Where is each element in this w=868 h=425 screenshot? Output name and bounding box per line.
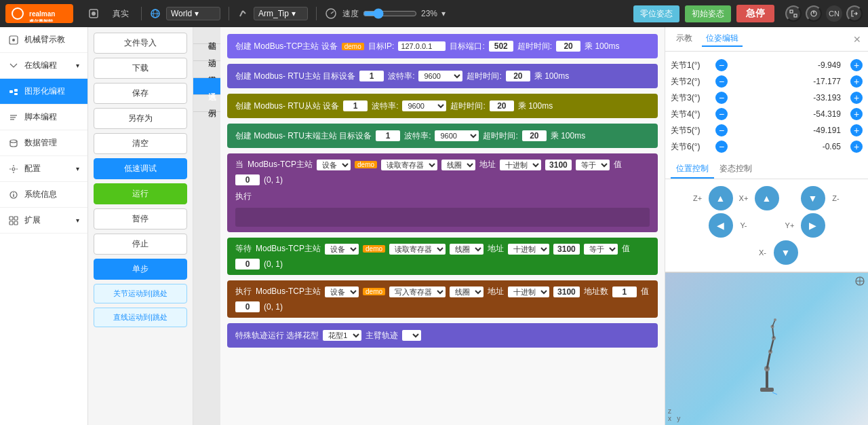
wait-coil-select[interactable]: 线圈 — [450, 244, 484, 255]
single-step-button[interactable]: 单步 — [94, 259, 187, 280]
joint3-minus-button[interactable]: − — [715, 92, 728, 104]
tab-pose-edit[interactable]: 位姿编辑 — [702, 31, 743, 47]
cat-tab-basic[interactable]: 基础 — [193, 27, 220, 44]
block3-timeout-value: 20 — [490, 100, 514, 111]
block-wait-tcp[interactable]: 等待 ModBus-TCP主站 设备 demo 读取寄存器 线圈 地址 十进制 … — [227, 238, 658, 275]
exec-modbus-label: ModBus-TCP主站 — [256, 286, 321, 297]
when-device-select[interactable]: 设备 — [317, 160, 351, 170]
block1-ip-input[interactable] — [398, 41, 446, 51]
power-button[interactable] — [806, 5, 822, 22]
joint1-minus-button[interactable]: − — [715, 59, 728, 71]
sidebar-item-arm-teach[interactable]: 机械臂示教 — [0, 27, 87, 53]
joint2-minus-button[interactable]: − — [715, 75, 728, 88]
joint6-minus-button[interactable]: − — [715, 141, 728, 153]
exec-coil-select[interactable]: 线圈 — [450, 287, 484, 297]
block3-baud-select[interactable]: 9600115200 — [402, 100, 446, 111]
ctrl-tab-position[interactable]: 位置控制 — [671, 160, 714, 179]
save-button[interactable]: 保存 — [94, 83, 187, 104]
exec-base-select[interactable]: 十进制 — [508, 287, 549, 297]
lang-button[interactable]: CN — [826, 5, 842, 22]
estop-button[interactable]: 急停 — [736, 5, 774, 22]
control-tabs: 位置控制 姿态控制 — [665, 160, 868, 179]
block4-baud-select[interactable]: 9600115200 — [435, 130, 479, 141]
run-button[interactable]: 运行 — [94, 183, 187, 204]
cat-tab-motion[interactable]: 运动 — [193, 44, 220, 61]
file-import-button[interactable]: 文件导入 — [94, 33, 187, 54]
block-create-modbus-rtu-slave[interactable]: 创建 Modbus- RTU从站 设备 1 波特率: 9600115200 超时… — [227, 94, 658, 118]
when-eq-select[interactable]: 等于 — [576, 160, 610, 170]
block-special-traj[interactable]: 特殊轨迹运行 选择花型 花型1 主臂轨迹 — [227, 323, 658, 348]
sidebar-item-data-mgmt[interactable]: 数据管理 — [0, 130, 87, 156]
block-create-modbus-tcp[interactable]: 创建 ModBus-TCP主站 设备 demo 目标IP: 目标端口: 502 … — [227, 34, 658, 58]
joint6-value: -0.65 — [732, 142, 846, 151]
ctrl-tab-pose[interactable]: 姿态控制 — [714, 160, 757, 179]
tab-teach[interactable]: 示教 — [672, 31, 696, 47]
joint3-plus-button[interactable]: + — [850, 92, 863, 104]
joint5-minus-button[interactable]: − — [715, 124, 728, 136]
block-create-modbus-rtu-end-master[interactable]: 创建 Modbus- RTU末端主站 目标设备 1 波特率: 960011520… — [227, 124, 658, 148]
joint2-value: -17.177 — [732, 77, 846, 86]
sidebar-item-extend[interactable]: 扩展 ▾ — [0, 208, 87, 234]
block-when-tcp[interactable]: 当 ModBus-TCP主站 设备 demo 读取寄存器 线圈 地址 十进制 3… — [227, 153, 658, 232]
fullscreen-button[interactable] — [785, 5, 802, 22]
online-prog-icon — [8, 60, 19, 71]
data-mgmt-icon — [8, 138, 19, 149]
xminus-button[interactable]: ▼ — [774, 240, 798, 265]
exec-device-select[interactable]: 设备 — [325, 287, 359, 297]
traj-arm-select[interactable] — [402, 330, 421, 341]
wait-read-select[interactable]: 读取寄存器 — [389, 244, 446, 255]
pause-button[interactable]: 暂停 — [94, 208, 187, 229]
xplus-button[interactable]: ▲ — [755, 186, 779, 210]
block2-baud-select[interactable]: 9600115200 — [418, 71, 462, 81]
zminus-button[interactable]: ▼ — [801, 186, 825, 210]
logo-image: realman 睿尔曼智能 — [5, 4, 73, 23]
cat-tab-advanced[interactable]: 高级 — [193, 61, 220, 78]
block-create-modbus-rtu-master[interactable]: 创建 Modbus- RTU主站 目标设备 1 波特率: 9600115200 … — [227, 64, 658, 88]
wait-eq-select[interactable]: 等于 — [584, 244, 618, 255]
joint2-plus-button[interactable]: + — [850, 75, 863, 88]
joint4-plus-button[interactable]: + — [850, 108, 863, 120]
zplus-button[interactable]: ▲ — [709, 186, 733, 210]
zero-pose-button[interactable]: 零位姿态 — [633, 5, 679, 22]
world-select[interactable]: World ▾ — [166, 7, 220, 20]
arm-select[interactable]: Arm_Tip ▾ — [254, 7, 308, 20]
block1-port-label: 目标端口: — [450, 41, 484, 52]
yminus-button[interactable]: ◀ — [709, 213, 733, 238]
wait-device-select[interactable]: 设备 — [325, 244, 359, 255]
joint1-plus-button[interactable]: + — [850, 59, 863, 71]
svg-line-12 — [331, 12, 334, 14]
when-coil-select[interactable]: 线圈 — [441, 160, 475, 170]
when-read-select[interactable]: 读取寄存器 — [381, 160, 437, 170]
block-exec-write[interactable]: 执行 ModBus-TCP主站 设备 demo 写入寄存器 线圈 地址 十进制 … — [227, 280, 658, 318]
low-speed-debug-button[interactable]: 低速调试 — [94, 158, 187, 179]
exec-count-value: 1 — [612, 287, 637, 297]
clear-button[interactable]: 清空 — [94, 133, 187, 154]
linear-motion-button[interactable]: 直线运动到|跳处 — [94, 308, 187, 327]
exec-write-select[interactable]: 写入寄存器 — [389, 287, 446, 297]
speed-slider[interactable] — [363, 8, 417, 19]
download-button[interactable]: 下载 — [94, 58, 187, 79]
yplus-button[interactable]: ▶ — [801, 213, 825, 238]
traj-type-select[interactable]: 花型1 — [323, 330, 361, 341]
init-pose-button[interactable]: 初始姿态 — [685, 5, 731, 22]
logout-button[interactable] — [846, 5, 863, 22]
mode-icon-btn[interactable] — [84, 7, 103, 20]
sidebar-item-sysinfo[interactable]: 系统信息 — [0, 182, 87, 208]
stop-button[interactable]: 停止 — [94, 234, 187, 255]
joint6-plus-button[interactable]: + — [850, 141, 863, 153]
cat-tab-comm[interactable]: 通讯 — [193, 78, 220, 95]
cat-tab-example[interactable]: 示例 — [193, 95, 220, 112]
sidebar-item-config[interactable]: 配置 ▾ — [0, 156, 87, 182]
sidebar-item-script[interactable]: 脚本编程 — [0, 105, 87, 130]
joint4-minus-button[interactable]: − — [715, 108, 728, 120]
view3d-axis-labels: z x y — [668, 407, 680, 422]
when-base-select[interactable]: 十进制 — [500, 160, 541, 170]
sidebar-item-online-prog[interactable]: 在线编程 ▾ — [0, 53, 87, 79]
panel-close-button[interactable]: ✕ — [853, 34, 861, 45]
logo: realman 睿尔曼智能 — [5, 4, 73, 23]
sidebar-item-graphic-prog[interactable]: 图形化编程 — [0, 79, 87, 105]
save-as-button[interactable]: 另存为 — [94, 108, 187, 129]
wait-base-select[interactable]: 十进制 — [508, 244, 549, 255]
joint-motion-button[interactable]: 关节运动到|跳处 — [94, 284, 187, 303]
joint5-plus-button[interactable]: + — [850, 124, 863, 136]
